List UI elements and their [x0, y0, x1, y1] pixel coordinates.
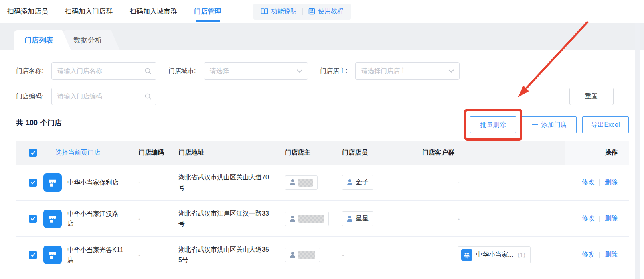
- person-icon: [290, 251, 296, 258]
- staff-name: 金子: [356, 178, 369, 187]
- add-store-button[interactable]: 添加门店: [522, 116, 577, 133]
- search-icon: [144, 67, 152, 75]
- feature-guide-label: 功能说明: [271, 7, 297, 16]
- row-checkbox[interactable]: [29, 251, 37, 259]
- nav-item-store-management[interactable]: 门店管理: [194, 0, 221, 23]
- owner-tag: [285, 212, 329, 226]
- customer-group-tag: 群聊 中华小当家... (1): [458, 246, 531, 263]
- book-icon: [261, 8, 268, 15]
- tutorial-button[interactable]: 使用教程: [308, 7, 344, 16]
- action-divider: [599, 252, 600, 258]
- nav-item-add-staff[interactable]: 扫码添加店员: [7, 0, 48, 23]
- select-all-checkbox[interactable]: [29, 149, 37, 157]
- batch-delete-button[interactable]: 批量删除: [470, 116, 516, 133]
- store-address-cell: 湖北省武汉市洪山区关山大道70号: [178, 172, 285, 193]
- table-header: 选择当前页门店 门店编码 门店地址 门店店主 门店店员 门店客户群 操作: [16, 141, 629, 165]
- person-icon: [347, 179, 353, 186]
- store-address: 湖北省武汉市洪山区关山大道355号: [178, 244, 271, 265]
- edit-link[interactable]: 修改: [582, 250, 595, 259]
- store-name: 中华小当家光谷K11店: [67, 245, 124, 265]
- column-store-staff: 门店店员: [342, 149, 422, 157]
- store-code-field-wrap: [51, 88, 156, 105]
- staff-tag: 星星: [342, 211, 373, 226]
- store-name-input[interactable]: [51, 62, 156, 80]
- column-store-code: 门店编码: [138, 149, 178, 157]
- group-chat-icon: 群聊: [461, 249, 472, 261]
- delete-link[interactable]: 删除: [605, 214, 618, 223]
- store-address-cell: 湖北省武汉市江岸区江汉一路33号: [178, 208, 285, 229]
- row-actions: 修改 删除: [565, 178, 629, 187]
- tab-data-analysis[interactable]: 数据分析: [63, 30, 120, 50]
- feature-guide-button[interactable]: 功能说明: [261, 7, 297, 16]
- person-icon: [290, 179, 296, 186]
- store-code-label: 门店编码:: [16, 92, 51, 101]
- delete-link[interactable]: 删除: [605, 250, 618, 259]
- tab-store-list[interactable]: 门店列表: [14, 30, 71, 50]
- store-owner-label: 门店店主:: [320, 67, 355, 75]
- store-count-summary: 共 100 个门店: [16, 114, 62, 131]
- summary-suffix: 个门店: [40, 118, 62, 128]
- store-staff-cell: -: [342, 251, 422, 259]
- store-address: 湖北省武汉市洪山区关山大道70号: [178, 172, 271, 193]
- row-checkbox-cell: [16, 179, 40, 187]
- summary-prefix: 共: [16, 118, 23, 128]
- select-all-label[interactable]: 选择当前页门店: [55, 149, 100, 157]
- filter-row-2: 门店编码:: [16, 88, 156, 105]
- customer-group-value: -: [422, 179, 565, 186]
- store-cell: 中华小当家保利店: [40, 173, 138, 192]
- store-code-input[interactable]: [51, 88, 156, 105]
- store-owner-placeholder: 请选择门店店主: [361, 67, 406, 75]
- column-store-address: 门店地址: [178, 149, 285, 157]
- storefront-icon: [43, 246, 62, 264]
- blurred-owner-name: [298, 251, 315, 259]
- customer-group-count: (1): [518, 251, 525, 258]
- svg-text:群聊: 群聊: [465, 256, 468, 258]
- store-table: 选择当前页门店 门店编码 门店地址 门店店主 门店店员 门店客户群 操作 中华小…: [16, 141, 629, 273]
- customer-group-name: 中华小当家...: [476, 250, 513, 259]
- store-owner-select[interactable]: 请选择门店店主: [355, 62, 460, 80]
- blurred-owner-name: [298, 215, 324, 223]
- header-select-cell: 选择当前页门店: [16, 149, 138, 157]
- staff-name: 星星: [356, 214, 369, 223]
- tutorial-label: 使用教程: [318, 7, 344, 16]
- delete-link[interactable]: 删除: [605, 178, 618, 187]
- store-address: 湖北省武汉市江岸区江汉一路33号: [178, 208, 271, 229]
- person-icon: [347, 215, 353, 222]
- row-checkbox[interactable]: [29, 215, 37, 223]
- store-owner-cell: [285, 248, 342, 262]
- row-checkbox-cell: [16, 215, 40, 223]
- store-city-label: 门店城市:: [168, 67, 204, 75]
- table-row: 中华小当家江汉路店 - 湖北省武汉市江岸区江汉一路33号 星星 - 修改: [16, 201, 629, 237]
- tab-bar: 门店列表 数据分析: [14, 30, 120, 50]
- action-divider: [599, 216, 600, 222]
- owner-tag: [285, 175, 318, 190]
- store-code-value: -: [138, 215, 178, 222]
- store-name-label: 门店名称:: [16, 67, 51, 75]
- person-icon: [290, 215, 296, 222]
- customer-group-value: -: [422, 215, 565, 222]
- store-city-placeholder: 请选择: [210, 67, 229, 75]
- nav-item-join-city-group[interactable]: 扫码加入城市群: [130, 0, 177, 23]
- edit-link[interactable]: 修改: [582, 214, 595, 223]
- export-excel-button[interactable]: 导出Excel: [582, 116, 629, 133]
- store-owner-cell: [285, 212, 342, 226]
- filter-row-1: 门店名称: 门店城市: 请选择 门店店主: 请选择门店店主: [16, 62, 460, 80]
- store-staff-cell: 星星: [342, 211, 422, 226]
- store-code-value: -: [138, 179, 178, 186]
- row-checkbox-cell: [16, 251, 40, 259]
- scrollbar-track[interactable]: [635, 23, 640, 279]
- help-box: 功能说明 使用教程: [253, 4, 351, 20]
- chevron-down-icon: [448, 69, 454, 73]
- table-row: 中华小当家保利店 - 湖北省武汉市洪山区关山大道70号 金子 - 修改: [16, 165, 629, 201]
- content-panel: 门店名称: 门店城市: 请选择 门店店主: 请选择门店店主 门店编码:: [0, 50, 644, 279]
- add-store-label: 添加门店: [541, 121, 567, 129]
- plus-icon: [532, 122, 538, 128]
- row-checkbox[interactable]: [29, 179, 37, 187]
- store-staff-cell: 金子: [342, 175, 422, 190]
- store-city-select[interactable]: 请选择: [204, 62, 308, 80]
- row-actions: 修改 删除: [565, 250, 629, 259]
- edit-link[interactable]: 修改: [582, 178, 595, 187]
- nav-item-join-store-group[interactable]: 扫码加入门店群: [65, 0, 113, 23]
- storefront-icon: [43, 173, 62, 192]
- reset-button[interactable]: 重置: [569, 88, 614, 105]
